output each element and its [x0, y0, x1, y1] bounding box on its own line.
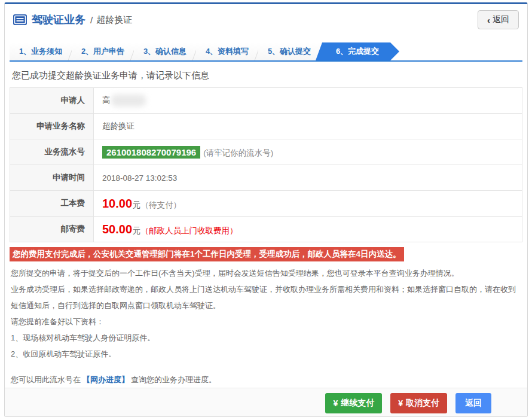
table-row-apply-time: 申请时间 2018-08-27 13:02:53 — [10, 165, 522, 191]
applicant-value: 高 — [94, 88, 522, 114]
footer-back-button[interactable]: 返回 — [455, 393, 491, 413]
business-name-label: 申请业务名称 — [10, 114, 94, 139]
applicant-label: 申请人 — [10, 88, 94, 114]
step-3-confirm-info[interactable]: 3、确认信息 — [134, 42, 196, 60]
breadcrumb-current: 超龄换证 — [96, 14, 132, 26]
main-panel: 驾驶证业务 / 超龄换证 ‹ 返回 1、业务须知 2、用户申告 3、确认信息 4… — [4, 2, 528, 417]
table-row-business-name: 申请业务名称 超龄换证 — [10, 114, 522, 139]
page-header: 驾驶证业务 / 超龄换证 ‹ 返回 — [5, 4, 527, 35]
success-message: 您已成功提交超龄换证业务申请，请记录以下信息 — [5, 62, 527, 87]
instruction-item-2: 2、收回原机动车驾驶证原件。 — [11, 346, 521, 362]
table-row-serial-number: 业务流水号 261001808270079196(请牢记你的流水号) — [10, 139, 522, 165]
production-fee-note: （待支付） — [141, 200, 182, 209]
header-back-label: 返回 — [493, 14, 509, 25]
page-title: 驾驶证业务 — [32, 13, 85, 27]
table-row-applicant: 申请人 高 — [10, 88, 522, 114]
production-fee-amount: 10.00 — [102, 197, 132, 210]
business-name-value: 超龄换证 — [94, 114, 522, 139]
postage-fee-label: 邮寄费 — [10, 217, 94, 242]
step-6-complete-submit[interactable]: 6、完成提交 — [316, 42, 399, 60]
serial-number-badge: 261001808270079196 — [102, 146, 200, 159]
step-wizard: 1、业务须知 2、用户申告 3、确认信息 4、资料填写 5、确认提交 6、完成提… — [5, 35, 527, 62]
chevron-left-icon: ‹ — [487, 16, 490, 25]
instruction-item-1: 1、现场核对机动车驾驶人身份证明原件。 — [11, 330, 521, 346]
redacted-name-blur — [111, 95, 146, 106]
application-info-table: 申请人 高 申请业务名称 超龄换证 业务流水号 2610018082700791… — [10, 87, 522, 242]
step-1-business-notice[interactable]: 1、业务须知 — [10, 42, 72, 60]
license-list-icon — [13, 14, 27, 25]
production-fee-value: 10.00元（待支付） — [94, 191, 522, 217]
header-back-button[interactable]: ‹ 返回 — [478, 10, 519, 29]
instruction-acceptance: 您所提交的申请，将于提交后的一个工作日(不含当天)受理，届时会发送短信告知受理结… — [11, 265, 521, 281]
step-4-fill-data[interactable]: 4、资料填写 — [196, 42, 258, 60]
table-row-postage-fee: 邮寄费 50.00元（邮政人员上门收取费用） — [10, 217, 522, 242]
progress-note: 您可以用此流水号在【网办进度】查询您的业务办理进度。 — [11, 372, 521, 388]
apply-time-label: 申请时间 — [10, 165, 94, 191]
postage-fee-value: 50.00元（邮政人员上门收取费用） — [94, 217, 522, 242]
serial-number-label: 业务流水号 — [10, 139, 94, 165]
yen-icon: ¥ — [398, 398, 403, 408]
instruction-prepare: 请您提前准备好以下资料： — [11, 314, 521, 330]
postage-fee-note: （邮政人员上门收取费用） — [141, 226, 238, 235]
action-bar: ¥ 继续支付 ¥ 取消支付 返回 — [5, 388, 527, 417]
instruction-delivery: 业务成功受理后，如果选择邮政寄递的，邮政人员将上门送达机动车驾驶证，并收取办理业… — [11, 281, 521, 314]
breadcrumb-separator: / — [90, 15, 93, 25]
payment-warning-banner: 您的费用支付完成后，公安机关交通管理部门将在1个工作日内受理，受理成功后，邮政人… — [10, 247, 404, 261]
instructions-section: 您所提交的申请，将于提交后的一个工作日(不含当天)受理，届时会发送短信告知受理结… — [5, 261, 527, 388]
online-progress-link[interactable]: 【网办进度】 — [82, 375, 129, 384]
step-2-user-declaration[interactable]: 2、用户申告 — [72, 42, 134, 60]
continue-payment-button[interactable]: ¥ 继续支付 — [325, 393, 382, 413]
apply-time-value: 2018-08-27 13:02:53 — [94, 165, 522, 191]
table-row-production-fee: 工本费 10.00元（待支付） — [10, 191, 522, 217]
serial-number-note: (请牢记你的流水号) — [203, 148, 273, 157]
production-fee-label: 工本费 — [10, 191, 94, 217]
yen-icon: ¥ — [333, 398, 338, 408]
postage-fee-amount: 50.00 — [102, 223, 132, 236]
step-5-confirm-submit[interactable]: 5、确认提交 — [258, 42, 320, 60]
cancel-payment-button[interactable]: ¥ 取消支付 — [390, 393, 447, 413]
serial-number-value: 261001808270079196(请牢记你的流水号) — [94, 139, 522, 165]
